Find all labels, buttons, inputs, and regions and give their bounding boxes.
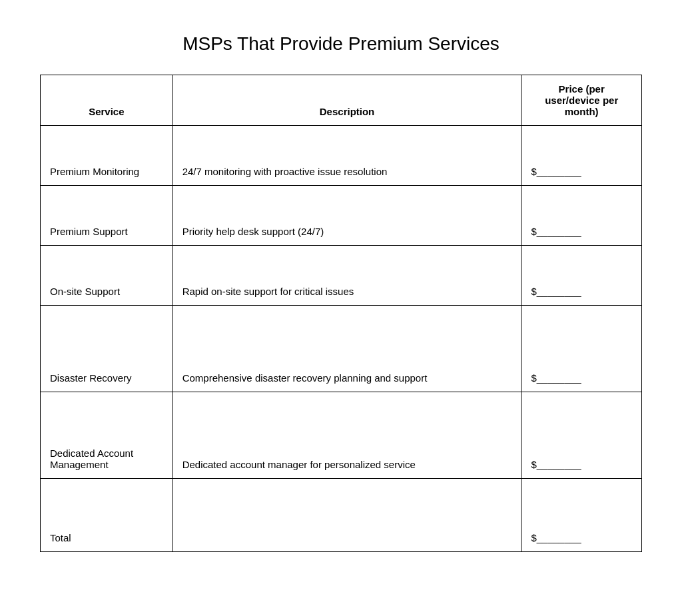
cell-service: Premium Monitoring bbox=[41, 126, 173, 186]
table-row: Premium Monitoring24/7 monitoring with p… bbox=[41, 126, 642, 186]
cell-service: Disaster Recovery bbox=[41, 306, 173, 392]
cell-description bbox=[172, 479, 521, 552]
price-blank: $________ bbox=[531, 166, 581, 177]
table-row: On-site SupportRapid on-site support for… bbox=[41, 246, 642, 306]
header-price: Price (per user/device per month) bbox=[521, 75, 642, 126]
cell-price: $________ bbox=[521, 186, 642, 246]
price-blank: $________ bbox=[531, 532, 581, 543]
cell-price: $________ bbox=[521, 126, 642, 186]
cell-service: Premium Support bbox=[41, 186, 173, 246]
header-description: Description bbox=[172, 75, 521, 126]
services-table: Service Description Price (per user/devi… bbox=[40, 75, 642, 552]
page-container: MSPs That Provide Premium Services Servi… bbox=[13, 13, 669, 572]
cell-description: Priority help desk support (24/7) bbox=[172, 186, 521, 246]
cell-description: Rapid on-site support for critical issue… bbox=[172, 246, 521, 306]
table-row: Disaster RecoveryComprehensive disaster … bbox=[41, 306, 642, 392]
price-blank: $________ bbox=[531, 286, 581, 297]
cell-description: Comprehensive disaster recovery planning… bbox=[172, 306, 521, 392]
page-title: MSPs That Provide Premium Services bbox=[40, 33, 642, 55]
price-blank: $________ bbox=[531, 372, 581, 384]
cell-description: Dedicated account manager for personaliz… bbox=[172, 392, 521, 479]
header-service: Service bbox=[41, 75, 173, 126]
table-row: Dedicated Account ManagementDedicated ac… bbox=[41, 392, 642, 479]
price-blank: $________ bbox=[531, 459, 581, 470]
cell-description: 24/7 monitoring with proactive issue res… bbox=[172, 126, 521, 186]
cell-price: $________ bbox=[521, 306, 642, 392]
cell-service: Dedicated Account Management bbox=[41, 392, 173, 479]
cell-service: Total bbox=[41, 479, 173, 552]
cell-price: $________ bbox=[521, 246, 642, 306]
cell-price: $________ bbox=[521, 392, 642, 479]
cell-price: $________ bbox=[521, 479, 642, 552]
cell-service: On-site Support bbox=[41, 246, 173, 306]
table-row: Total$________ bbox=[41, 479, 642, 552]
table-header-row: Service Description Price (per user/devi… bbox=[41, 75, 642, 126]
price-blank: $________ bbox=[531, 226, 581, 237]
table-row: Premium SupportPriority help desk suppor… bbox=[41, 186, 642, 246]
